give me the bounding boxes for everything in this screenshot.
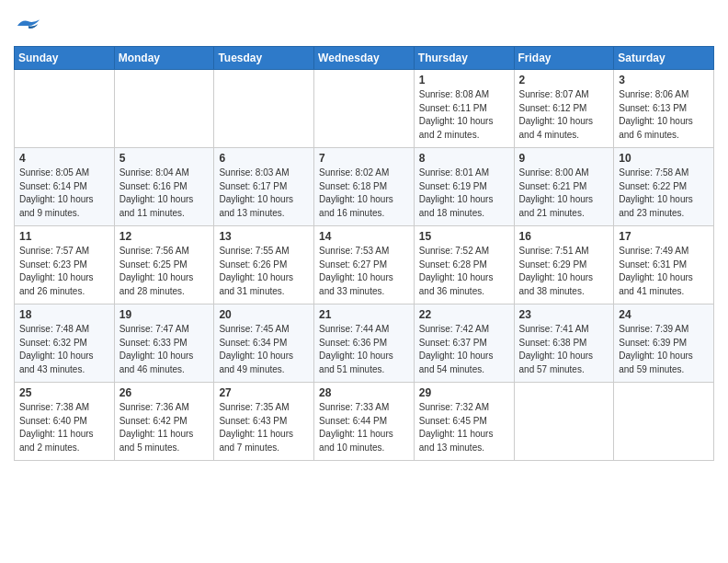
day-number: 11 — [19, 230, 109, 243]
calendar-cell: 3Sunrise: 8:06 AM Sunset: 6:13 PM Daylig… — [614, 70, 714, 148]
header-row: SundayMondayTuesdayWednesdayThursdayFrid… — [15, 47, 714, 70]
day-info: Sunrise: 7:38 AM Sunset: 6:40 PM Dayligh… — [19, 401, 109, 454]
day-number: 1 — [419, 74, 509, 86]
calendar-cell — [614, 383, 714, 461]
day-number: 27 — [219, 386, 309, 399]
header-cell-wednesday: Wednesday — [314, 47, 415, 70]
calendar-cell: 7Sunrise: 8:02 AM Sunset: 6:18 PM Daylig… — [314, 148, 415, 226]
day-info: Sunrise: 7:49 AM Sunset: 6:31 PM Dayligh… — [619, 245, 709, 298]
day-info: Sunrise: 7:33 AM Sunset: 6:44 PM Dayligh… — [319, 401, 409, 454]
day-number: 29 — [419, 386, 509, 399]
calendar-cell: 27Sunrise: 7:35 AM Sunset: 6:43 PM Dayli… — [214, 383, 314, 461]
day-info: Sunrise: 7:52 AM Sunset: 6:28 PM Dayligh… — [419, 245, 509, 298]
day-info: Sunrise: 8:07 AM Sunset: 6:12 PM Dayligh… — [519, 88, 609, 142]
calendar-cell: 4Sunrise: 8:05 AM Sunset: 6:14 PM Daylig… — [15, 148, 115, 226]
calendar-cell: 24Sunrise: 7:39 AM Sunset: 6:39 PM Dayli… — [614, 304, 714, 383]
day-info: Sunrise: 7:36 AM Sunset: 6:42 PM Dayligh… — [119, 401, 210, 454]
day-number: 22 — [419, 308, 509, 321]
calendar-cell: 2Sunrise: 8:07 AM Sunset: 6:12 PM Daylig… — [514, 70, 614, 148]
calendar-week-row: 1Sunrise: 8:08 AM Sunset: 6:11 PM Daylig… — [15, 70, 714, 148]
calendar-cell: 13Sunrise: 7:55 AM Sunset: 6:26 PM Dayli… — [214, 226, 314, 304]
calendar-cell: 25Sunrise: 7:38 AM Sunset: 6:40 PM Dayli… — [15, 383, 115, 461]
header-cell-tuesday: Tuesday — [214, 47, 314, 70]
day-number: 16 — [519, 230, 609, 243]
day-number: 21 — [319, 308, 409, 321]
day-info: Sunrise: 7:42 AM Sunset: 6:37 PM Dayligh… — [419, 323, 509, 376]
day-number: 28 — [319, 386, 409, 399]
header-cell-monday: Monday — [114, 47, 214, 70]
day-info: Sunrise: 7:58 AM Sunset: 6:22 PM Dayligh… — [619, 167, 709, 220]
day-info: Sunrise: 8:01 AM Sunset: 6:19 PM Dayligh… — [419, 167, 509, 220]
day-info: Sunrise: 7:35 AM Sunset: 6:43 PM Dayligh… — [219, 401, 309, 454]
calendar-cell — [114, 70, 214, 148]
calendar-cell: 11Sunrise: 7:57 AM Sunset: 6:23 PM Dayli… — [15, 226, 115, 304]
day-number: 8 — [419, 152, 509, 165]
header-cell-thursday: Thursday — [414, 47, 514, 70]
day-number: 4 — [19, 152, 109, 165]
day-number: 26 — [119, 386, 210, 399]
day-number: 23 — [519, 308, 609, 321]
day-info: Sunrise: 7:41 AM Sunset: 6:38 PM Dayligh… — [519, 323, 609, 376]
day-info: Sunrise: 7:57 AM Sunset: 6:23 PM Dayligh… — [19, 245, 109, 298]
calendar-header: SundayMondayTuesdayWednesdayThursdayFrid… — [15, 47, 714, 70]
calendar-cell — [214, 70, 314, 148]
day-number: 9 — [519, 152, 609, 165]
day-number: 17 — [619, 230, 709, 243]
day-number: 10 — [619, 152, 709, 165]
day-number: 15 — [419, 230, 509, 243]
day-info: Sunrise: 8:03 AM Sunset: 6:17 PM Dayligh… — [219, 167, 309, 220]
day-info: Sunrise: 7:47 AM Sunset: 6:33 PM Dayligh… — [119, 323, 210, 376]
calendar-cell: 17Sunrise: 7:49 AM Sunset: 6:31 PM Dayli… — [614, 226, 714, 304]
calendar-cell: 16Sunrise: 7:51 AM Sunset: 6:29 PM Dayli… — [514, 226, 614, 304]
calendar-cell: 15Sunrise: 7:52 AM Sunset: 6:28 PM Dayli… — [414, 226, 514, 304]
calendar-cell: 5Sunrise: 8:04 AM Sunset: 6:16 PM Daylig… — [114, 148, 214, 226]
calendar-cell: 10Sunrise: 7:58 AM Sunset: 6:22 PM Dayli… — [614, 148, 714, 226]
day-number: 5 — [119, 152, 210, 165]
day-number: 25 — [19, 386, 109, 399]
calendar-cell — [514, 383, 614, 461]
logo — [14, 17, 41, 39]
calendar-cell: 9Sunrise: 8:00 AM Sunset: 6:21 PM Daylig… — [514, 148, 614, 226]
calendar-cell: 14Sunrise: 7:53 AM Sunset: 6:27 PM Dayli… — [314, 226, 415, 304]
calendar-cell — [314, 70, 415, 148]
page-header — [14, 9, 714, 39]
day-number: 14 — [319, 230, 409, 243]
calendar-cell: 29Sunrise: 7:32 AM Sunset: 6:45 PM Dayli… — [414, 383, 514, 461]
day-info: Sunrise: 7:55 AM Sunset: 6:26 PM Dayligh… — [219, 245, 309, 298]
day-number: 18 — [19, 308, 109, 321]
day-info: Sunrise: 8:00 AM Sunset: 6:21 PM Dayligh… — [519, 167, 609, 220]
calendar-cell: 22Sunrise: 7:42 AM Sunset: 6:37 PM Dayli… — [414, 304, 514, 383]
calendar-table: SundayMondayTuesdayWednesdayThursdayFrid… — [14, 46, 714, 461]
calendar-cell: 6Sunrise: 8:03 AM Sunset: 6:17 PM Daylig… — [214, 148, 314, 226]
day-info: Sunrise: 8:06 AM Sunset: 6:13 PM Dayligh… — [619, 88, 709, 142]
day-info: Sunrise: 8:02 AM Sunset: 6:18 PM Dayligh… — [319, 167, 409, 220]
day-number: 13 — [219, 230, 309, 243]
day-number: 2 — [519, 74, 609, 86]
day-number: 19 — [119, 308, 210, 321]
calendar-cell: 20Sunrise: 7:45 AM Sunset: 6:34 PM Dayli… — [214, 304, 314, 383]
day-number: 20 — [219, 308, 309, 321]
header-cell-saturday: Saturday — [614, 47, 714, 70]
day-info: Sunrise: 8:04 AM Sunset: 6:16 PM Dayligh… — [119, 167, 210, 220]
calendar-body: 1Sunrise: 8:08 AM Sunset: 6:11 PM Daylig… — [15, 70, 714, 461]
day-info: Sunrise: 7:53 AM Sunset: 6:27 PM Dayligh… — [319, 245, 409, 298]
day-number: 24 — [619, 308, 709, 321]
header-cell-sunday: Sunday — [15, 47, 115, 70]
day-info: Sunrise: 7:39 AM Sunset: 6:39 PM Dayligh… — [619, 323, 709, 376]
calendar-cell: 21Sunrise: 7:44 AM Sunset: 6:36 PM Dayli… — [314, 304, 415, 383]
calendar-cell: 19Sunrise: 7:47 AM Sunset: 6:33 PM Dayli… — [114, 304, 214, 383]
calendar-week-row: 18Sunrise: 7:48 AM Sunset: 6:32 PM Dayli… — [15, 304, 714, 383]
day-info: Sunrise: 8:05 AM Sunset: 6:14 PM Dayligh… — [19, 167, 109, 220]
day-info: Sunrise: 7:48 AM Sunset: 6:32 PM Dayligh… — [19, 323, 109, 376]
day-number: 12 — [119, 230, 210, 243]
day-number: 3 — [619, 74, 709, 86]
day-number: 6 — [219, 152, 309, 165]
calendar-cell: 1Sunrise: 8:08 AM Sunset: 6:11 PM Daylig… — [414, 70, 514, 148]
calendar-cell: 26Sunrise: 7:36 AM Sunset: 6:42 PM Dayli… — [114, 383, 214, 461]
day-info: Sunrise: 8:08 AM Sunset: 6:11 PM Dayligh… — [419, 88, 509, 142]
calendar-week-row: 25Sunrise: 7:38 AM Sunset: 6:40 PM Dayli… — [15, 383, 714, 461]
calendar-cell: 28Sunrise: 7:33 AM Sunset: 6:44 PM Dayli… — [314, 383, 415, 461]
header-cell-friday: Friday — [514, 47, 614, 70]
calendar-cell — [15, 70, 115, 148]
calendar-week-row: 4Sunrise: 8:05 AM Sunset: 6:14 PM Daylig… — [15, 148, 714, 226]
